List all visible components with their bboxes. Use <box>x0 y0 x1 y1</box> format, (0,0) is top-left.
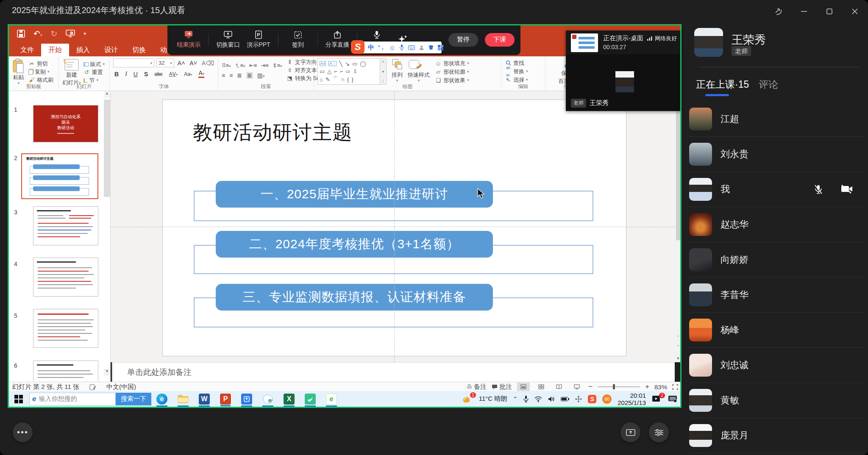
camera-off-icon[interactable] <box>841 184 853 194</box>
thumb-scroll-thumb[interactable] <box>104 100 110 197</box>
columns-icon[interactable]: ▥▾ <box>257 72 265 79</box>
sogou-person-icon[interactable] <box>419 45 424 50</box>
tray-clock[interactable]: 20:012025/1/13 <box>618 392 646 406</box>
tray-move-icon[interactable] <box>575 396 582 402</box>
participant-row[interactable]: 庞景月 <box>689 418 864 453</box>
reading-view-button[interactable] <box>553 383 565 391</box>
participant-row[interactable]: 刘忠诚 <box>689 348 864 383</box>
start-button[interactable] <box>11 393 26 405</box>
tab-home[interactable]: 开始 <box>41 44 69 56</box>
maximize-button[interactable] <box>823 5 836 18</box>
taskbar-class-app-icon[interactable] <box>239 393 254 405</box>
sogou-toolbox-icon[interactable] <box>438 45 443 50</box>
grow-font-button[interactable]: A˄ <box>178 60 185 67</box>
align-right-icon[interactable]: ≣ <box>237 72 242 79</box>
shape-fill-button[interactable]: ◇形状填充▾ <box>435 60 469 67</box>
taskbar-word-icon[interactable]: W <box>197 393 211 405</box>
tray-volume-icon[interactable] <box>548 396 555 402</box>
zoom-slider-thumb[interactable] <box>613 384 615 389</box>
layout-button[interactable]: 版式▾ <box>83 61 105 68</box>
undo-icon[interactable]: ↶▾ <box>33 29 42 39</box>
participant-row[interactable]: 刘永贵 <box>689 137 864 172</box>
line-spacing-icon[interactable]: ⇕≡▾ <box>273 62 282 69</box>
participant-row-me[interactable]: 我 <box>689 172 864 207</box>
zoom-level[interactable]: 83% <box>654 383 667 391</box>
slideshow-view-button[interactable] <box>570 383 583 391</box>
zoom-in-button[interactable]: + <box>645 383 649 391</box>
slide-bar-3[interactable]: 三、专业监测数据填报、认证材料准备 <box>216 284 493 311</box>
taskbar-ie-green-icon[interactable]: e <box>324 393 339 405</box>
underline-button[interactable]: U <box>134 71 138 78</box>
copy-button[interactable]: 复制▾ <box>28 68 53 75</box>
sogou-mic-icon[interactable] <box>399 44 404 50</box>
participant-row[interactable]: 赵志华 <box>689 207 864 242</box>
shape-gallery-scroll[interactable]: ˄▾᎒ <box>380 58 387 85</box>
notes-toggle[interactable]: 备注 <box>467 383 487 391</box>
sorter-view-button[interactable] <box>535 383 548 391</box>
justify-icon[interactable]: ≣ <box>246 72 253 79</box>
canvas-scroll-down[interactable]: ▼ <box>675 356 682 361</box>
bold-button[interactable]: B <box>114 71 119 78</box>
tray-battery-icon[interactable] <box>561 397 569 402</box>
sign-in-button[interactable]: 签到 <box>283 31 313 49</box>
tab-transition[interactable]: 切换 <box>125 44 153 56</box>
new-slide-button[interactable]: 新建幻灯片▾ <box>62 58 81 86</box>
spellcheck-icon[interactable] <box>89 384 96 390</box>
numbering-icon[interactable]: ⒈≡▾ <box>235 62 245 69</box>
slide-thumb-4[interactable] <box>33 258 98 297</box>
align-center-icon[interactable]: ≡ <box>229 72 233 79</box>
find-button[interactable]: 查找 <box>505 59 542 67</box>
slide-thumb-3[interactable] <box>33 206 98 245</box>
pause-button[interactable]: 暂停 <box>448 33 478 47</box>
next-slide-button[interactable]: ⌄ <box>675 343 682 347</box>
font-color-button[interactable]: A▾ <box>198 70 204 78</box>
taskbar-edge-icon[interactable]: e <box>155 393 169 405</box>
sogou-keyboard-icon[interactable] <box>408 45 415 50</box>
thumb-scroll-down[interactable]: ▼ <box>104 369 110 376</box>
sogou-punct[interactable]: °， <box>378 44 385 51</box>
normal-view-button[interactable] <box>517 383 530 391</box>
tray-wifi-icon[interactable] <box>534 396 542 402</box>
sogou-emoji-icon[interactable]: ☺ <box>389 44 395 51</box>
shrink-font-button[interactable]: A˅ <box>189 60 197 67</box>
bullets-icon[interactable]: ⠿≡▾ <box>222 62 231 69</box>
canvas-scrollbar[interactable]: ▲ ⌃ ⌄ ▼ <box>675 91 682 362</box>
taskbar-qq-browser-icon[interactable] <box>261 393 275 405</box>
slide-thumb-6[interactable] <box>33 361 98 381</box>
tray-notification-icon[interactable] <box>668 395 677 403</box>
tab-design[interactable]: 设计 <box>97 44 125 56</box>
customize-qat-icon[interactable]: ▾ <box>83 31 86 36</box>
slideshow-icon[interactable] <box>66 30 75 38</box>
search-placeholder[interactable]: 输入你想搜的 <box>39 395 77 403</box>
shape-outline-button[interactable]: ▱形状轮廓▾ <box>435 68 469 75</box>
language-status[interactable]: 中文(中国) <box>106 383 136 391</box>
notes-placeholder[interactable]: 单击此处添加备注 <box>127 367 192 378</box>
paste-button[interactable]: 粘贴 ▾ <box>12 58 25 85</box>
shape-gallery[interactable]: A≡A⋮╲↘▭◯ ▭△⌐⌐⇨⇩ ⌂✎⌒∩{} <box>317 58 380 85</box>
sogou-lang-zh[interactable]: 中 <box>368 44 374 52</box>
redo-icon[interactable]: ↻ <box>50 29 57 39</box>
taskbar-feishu-icon[interactable] <box>303 393 317 405</box>
cut-button[interactable]: ✂剪切 <box>28 60 53 67</box>
zoom-slider[interactable] <box>598 386 640 387</box>
strike-button[interactable]: abc <box>154 71 162 77</box>
comments-toggle[interactable]: 批注 <box>492 383 512 391</box>
notes-panel[interactable] <box>112 362 675 382</box>
canvas-scroll-thumb[interactable] <box>676 100 680 240</box>
taskbar-excel-icon[interactable]: X <box>282 393 296 405</box>
save-icon[interactable] <box>17 30 25 38</box>
change-case-button[interactable]: Aa▾ <box>184 71 192 77</box>
zoom-out-button[interactable]: − <box>588 383 593 391</box>
close-button[interactable] <box>849 5 861 18</box>
teacher-avatar[interactable] <box>694 28 723 57</box>
participant-row[interactable]: 李昔华 <box>689 277 864 313</box>
reset-button[interactable]: ↺重置 <box>83 69 105 76</box>
end-class-button[interactable]: 下课 <box>485 33 515 47</box>
sogou-skin-icon[interactable] <box>428 45 434 50</box>
sogou-input-bar[interactable]: 中 °， ☺ <box>357 42 442 53</box>
broadcast-icon[interactable] <box>772 5 785 18</box>
increase-indent-icon[interactable]: ⇥≡ <box>261 62 268 69</box>
prev-slide-button[interactable]: ⌃ <box>675 335 682 339</box>
thumb-scroll-up[interactable]: ▲ <box>104 91 110 98</box>
share-screen-button[interactable] <box>620 422 640 442</box>
